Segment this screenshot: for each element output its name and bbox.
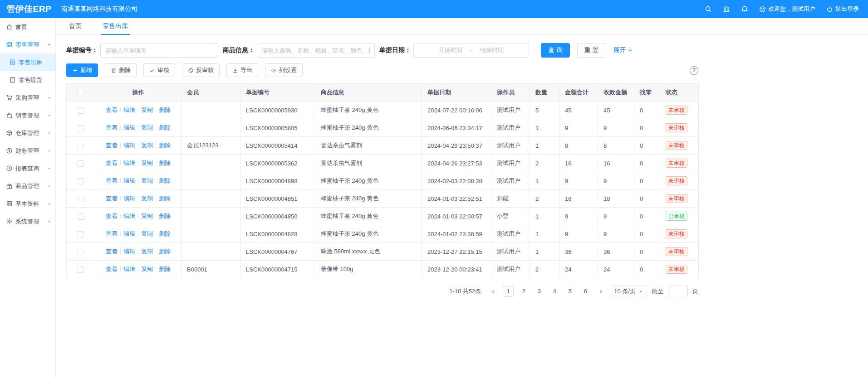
delete-link[interactable]: 删除 [159, 124, 171, 131]
view-link[interactable]: 查看 [106, 107, 118, 113]
export-button[interactable]: 导出 [226, 63, 258, 77]
edit-link[interactable]: 编辑 [123, 160, 135, 166]
reset-button[interactable]: 重 置 [577, 43, 606, 58]
edit-link[interactable]: 编辑 [123, 142, 135, 149]
bill-no-cell: LSCK00000004828 [240, 225, 315, 243]
divider [156, 178, 156, 183]
sidebar-item-warehouse-management[interactable]: 仓库管理 [0, 124, 55, 142]
copy-link[interactable]: 复制 [141, 266, 153, 272]
expand-link[interactable]: 展开 [613, 46, 633, 54]
page-button-3[interactable]: 3 [534, 286, 544, 297]
delete-link[interactable]: 删除 [159, 266, 171, 272]
edit-link[interactable]: 编辑 [123, 195, 135, 202]
copy-link[interactable]: 复制 [141, 248, 153, 255]
sidebar-item-retail-outbound[interactable]: 零售出库 [0, 53, 55, 71]
copy-link[interactable]: 复制 [141, 177, 153, 184]
tab-home[interactable]: 首页 [67, 18, 83, 34]
edit-link[interactable]: 编辑 [123, 107, 135, 113]
sidebar-item-finance-management[interactable]: 财务管理 [0, 142, 55, 160]
view-link[interactable]: 查看 [106, 195, 118, 202]
add-button[interactable]: 新增 [66, 63, 98, 77]
copy-link[interactable]: 复制 [141, 195, 153, 202]
edit-link[interactable]: 编辑 [123, 230, 135, 237]
row-checkbox[interactable] [78, 143, 84, 149]
page-button-2[interactable]: 2 [518, 286, 529, 297]
bell-icon[interactable] [741, 5, 748, 13]
next-page-button[interactable] [595, 286, 605, 297]
edit-link[interactable]: 编辑 [123, 248, 135, 255]
page-size-select[interactable]: 10 条/页 [610, 286, 647, 297]
delete-button[interactable]: 删除 [105, 63, 137, 77]
row-checkbox[interactable] [78, 267, 84, 273]
delete-link[interactable]: 删除 [159, 160, 171, 166]
search-icon[interactable] [705, 5, 712, 13]
delete-link[interactable]: 删除 [159, 142, 171, 149]
view-link[interactable]: 查看 [106, 213, 118, 219]
row-checkbox[interactable] [78, 196, 84, 202]
sidebar-item-product-management[interactable]: 商品管理 [0, 177, 55, 195]
row-checkbox[interactable] [78, 160, 84, 167]
row-checkbox[interactable] [78, 213, 84, 220]
sidebar-item-retail-return[interactable]: 零售退货 [0, 71, 55, 89]
search-button[interactable]: 查 询 [541, 43, 570, 58]
page-button-5[interactable]: 5 [564, 286, 575, 297]
help-icon[interactable]: ? [690, 66, 698, 75]
product-info-input[interactable] [257, 43, 375, 58]
product-cell: 蜂蜜柚子茶 240g 黄色 [315, 119, 422, 137]
sidebar-item-basic-data[interactable]: 基本资料 [0, 195, 55, 213]
copy-link[interactable]: 复制 [141, 160, 153, 166]
delete-link[interactable]: 删除 [159, 177, 171, 184]
row-checkbox[interactable] [78, 125, 84, 131]
sidebar-item-purchase-management[interactable]: 采购管理 [0, 89, 55, 107]
bank-icon[interactable] [723, 5, 730, 13]
row-checkbox[interactable] [78, 178, 84, 184]
view-link[interactable]: 查看 [106, 124, 118, 131]
view-link[interactable]: 查看 [106, 160, 118, 166]
view-link[interactable]: 查看 [106, 266, 118, 272]
sidebar-item-sales-management[interactable]: 销售管理 [0, 107, 55, 124]
chevron-down-icon [47, 95, 52, 100]
audit-button[interactable]: 审核 [143, 63, 175, 77]
bill-no-input[interactable] [100, 43, 218, 58]
jump-page-input[interactable] [668, 286, 688, 297]
view-link[interactable]: 查看 [106, 248, 118, 255]
page-button-6[interactable]: 6 [580, 286, 591, 297]
row-checkbox[interactable] [78, 107, 84, 114]
view-link[interactable]: 查看 [106, 230, 118, 237]
row-checkbox[interactable] [78, 249, 84, 255]
column-settings-button[interactable]: 列设置 [265, 63, 303, 77]
delete-link[interactable]: 删除 [159, 230, 171, 237]
edit-link[interactable]: 编辑 [123, 177, 135, 184]
delete-link[interactable]: 删除 [159, 195, 171, 202]
tab-retail-outbound[interactable]: 零售出库 [101, 18, 130, 34]
logout-button[interactable]: 退出登录 [826, 5, 859, 13]
sidebar-item-system-management[interactable]: 系统管理 [0, 213, 55, 230]
delete-link[interactable]: 删除 [159, 213, 171, 219]
sidebar-item-retail-management[interactable]: 零售管理 [0, 36, 55, 53]
delete-link[interactable]: 删除 [159, 107, 171, 113]
copy-link[interactable]: 复制 [141, 107, 153, 113]
prev-page-button[interactable] [488, 286, 498, 297]
delete-link[interactable]: 删除 [159, 248, 171, 255]
edit-link[interactable]: 编辑 [123, 124, 135, 131]
edit-link[interactable]: 编辑 [123, 266, 135, 272]
view-link[interactable]: 查看 [106, 142, 118, 149]
divider [156, 213, 156, 218]
copy-link[interactable]: 复制 [141, 213, 153, 219]
bill-no-cell: LSCK00000005930 [240, 102, 315, 119]
edit-link[interactable]: 编辑 [123, 213, 135, 219]
copy-link[interactable]: 复制 [141, 124, 153, 131]
welcome-user[interactable]: 欢迎您，测试用户 [759, 5, 815, 13]
page-button-1[interactable]: 1 [503, 286, 514, 297]
select-all-checkbox[interactable] [78, 90, 84, 96]
date-range-picker[interactable]: 开始时间 ~ 结束时间 [413, 43, 529, 58]
row-checkbox[interactable] [78, 231, 84, 237]
page-button-4[interactable]: 4 [549, 286, 560, 297]
sidebar-item-report-query[interactable]: 报表查询 [0, 160, 55, 177]
sidebar-item-home[interactable]: 首页 [0, 18, 55, 36]
copy-link[interactable]: 复制 [141, 230, 153, 237]
copy-link[interactable]: 复制 [141, 142, 153, 149]
unaudit-button[interactable]: 反审核 [182, 63, 220, 77]
operator-cell: 测试用户 [491, 102, 530, 119]
view-link[interactable]: 查看 [106, 177, 118, 184]
